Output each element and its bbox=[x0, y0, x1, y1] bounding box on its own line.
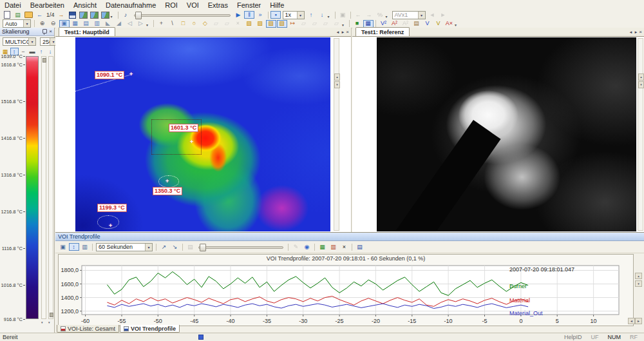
prev-frame-button[interactable]: ← bbox=[35, 11, 45, 19]
pause-button[interactable]: ‖ bbox=[244, 11, 254, 19]
roi-copy-button[interactable]: ▱ bbox=[211, 20, 222, 28]
pane-left-button[interactable]: ◄ bbox=[427, 11, 437, 19]
layout-quad-button[interactable]: ▥ bbox=[92, 20, 102, 28]
tab-voi-liste[interactable]: VOI-Liste: Gesamt bbox=[57, 325, 119, 333]
slider-thumb[interactable] bbox=[200, 244, 206, 251]
trend-delete-button[interactable]: × bbox=[339, 243, 350, 251]
voi-tool-3[interactable]: ▱ bbox=[321, 20, 331, 28]
palette-dropdown[interactable]: MULTICOLOF ▾ bbox=[3, 37, 36, 46]
pen-button[interactable]: ✎ bbox=[291, 243, 301, 251]
image-scrollbar[interactable]: ▴ ▾ bbox=[334, 38, 339, 231]
menu-roi[interactable]: ROI bbox=[160, 1, 182, 9]
copy-trend-button[interactable]: ▣ bbox=[58, 243, 68, 251]
scale-slider-down-icon[interactable]: ▾ bbox=[48, 320, 50, 324]
roi-delete-button[interactable]: × bbox=[233, 20, 243, 28]
trend-table-button[interactable]: ▦ bbox=[317, 243, 328, 251]
reference-image[interactable] bbox=[377, 37, 636, 231]
tab-scroll-left-icon[interactable]: ◄ bbox=[336, 30, 339, 35]
roi-marker-icon[interactable]: + bbox=[166, 179, 169, 184]
scale-mode-dropdown[interactable]: Auto▾ bbox=[3, 19, 31, 28]
pane-right-button[interactable]: ► bbox=[438, 11, 448, 19]
roi-import-button[interactable]: ▨ bbox=[255, 20, 265, 28]
slider-thumb[interactable] bbox=[135, 12, 142, 19]
highlight-button[interactable]: ◉ bbox=[302, 243, 312, 251]
analysis-overflow[interactable]: ▾ bbox=[455, 19, 460, 28]
pin-icon[interactable] bbox=[43, 29, 47, 34]
menu-ansicht[interactable]: Ansicht bbox=[69, 1, 101, 9]
matrix-view-button[interactable]: ▦ bbox=[363, 20, 374, 28]
scale-max-slider[interactable] bbox=[41, 56, 46, 319]
menu-datei[interactable]: Datei bbox=[0, 1, 26, 9]
rotate-right-button[interactable]: ◢ bbox=[114, 20, 124, 28]
roi-polygon-button[interactable]: ◇ bbox=[200, 20, 211, 28]
file-tools-overflow[interactable]: ▾ bbox=[111, 11, 116, 19]
ellipse-roi[interactable] bbox=[97, 215, 119, 229]
scale-slider-down-icon[interactable]: ▾ bbox=[41, 320, 43, 324]
scale-band-button[interactable]: ▬ bbox=[28, 48, 37, 55]
undo-button[interactable]: ← bbox=[353, 11, 363, 19]
audio-toggle-button[interactable]: ♪ bbox=[120, 11, 131, 19]
profile-remove-button[interactable]: ↘ bbox=[170, 243, 180, 251]
trend-zoom-slider[interactable] bbox=[198, 243, 283, 251]
print-trend-button[interactable]: ▤ bbox=[185, 243, 196, 251]
voi-create-button[interactable]: V bbox=[422, 20, 433, 28]
roi-export-button[interactable]: ↦ bbox=[288, 20, 298, 28]
fast-forward-button[interactable]: » bbox=[255, 11, 265, 19]
roi-track-button[interactable]: ▨ bbox=[266, 20, 276, 28]
record-button[interactable]: ▪ bbox=[270, 11, 281, 19]
close-icon[interactable]: × bbox=[49, 29, 52, 34]
temp-annotation[interactable]: 1350.3 °C bbox=[153, 187, 182, 195]
color-scale-bar[interactable] bbox=[26, 56, 39, 319]
chart-scroll-right-button[interactable]: ► bbox=[635, 318, 642, 324]
view-tools-overflow[interactable]: ▾ bbox=[146, 19, 151, 28]
new-chart-button[interactable]: ▤ bbox=[13, 11, 23, 19]
interval-dropdown[interactable]: 60 Sekunden▾ bbox=[96, 243, 153, 251]
profile-add-button[interactable]: ↗ bbox=[159, 243, 169, 251]
menu-hilfe[interactable]: Hilfe bbox=[265, 1, 289, 9]
roi-marker-icon[interactable]: + bbox=[129, 72, 133, 77]
menu-extras[interactable]: Extras bbox=[204, 1, 232, 9]
roi-tools-overflow[interactable]: ▾ bbox=[342, 19, 347, 28]
trend-report-button[interactable]: ▤ bbox=[355, 243, 365, 251]
layout-single-button[interactable]: ▦ bbox=[70, 20, 80, 28]
trend-zoom-button[interactable]: ▥ bbox=[80, 243, 90, 251]
roi-line-button[interactable]: \ bbox=[167, 20, 178, 28]
tab-close-icon[interactable]: × bbox=[639, 30, 642, 35]
temp-annotation[interactable]: 1090.1 °C bbox=[95, 71, 124, 79]
copy-image-button[interactable] bbox=[78, 11, 88, 19]
zoom-in-button[interactable]: ⊕ bbox=[37, 20, 48, 28]
roi-ellipse-button[interactable]: ○ bbox=[189, 20, 200, 28]
scale-min-slider[interactable] bbox=[48, 56, 53, 319]
scroll-up-icon[interactable]: ▴ bbox=[334, 73, 340, 81]
speed-dropdown[interactable]: 1x▾ bbox=[283, 11, 305, 19]
history-overflow[interactable]: ▾ bbox=[386, 11, 391, 19]
export-image-button[interactable] bbox=[100, 11, 110, 19]
menu-voi[interactable]: VOI bbox=[182, 1, 204, 9]
zoom-out-button[interactable]: ⊖ bbox=[48, 20, 59, 28]
redo-button[interactable]: → bbox=[364, 11, 374, 19]
scroll-up-icon[interactable]: ▴ bbox=[638, 73, 644, 81]
link-views-button[interactable]: ▣ bbox=[337, 11, 348, 19]
scale-down-button[interactable]: ↓ bbox=[46, 48, 55, 55]
flip-vertical-button[interactable]: ▷ bbox=[136, 20, 146, 28]
save-button[interactable] bbox=[67, 11, 77, 19]
flip-horizontal-button[interactable]: ◁ bbox=[125, 20, 135, 28]
table-view-button[interactable]: ■ bbox=[352, 20, 363, 28]
fit-window-button[interactable]: ▣ bbox=[59, 20, 70, 28]
voi-tool-1[interactable]: ▱ bbox=[299, 20, 309, 28]
tab-hauptbild[interactable]: Test1: Hauptbild bbox=[59, 27, 115, 36]
loop-up-button[interactable]: ↑ bbox=[306, 11, 316, 19]
tab-close-icon[interactable]: × bbox=[346, 30, 349, 35]
roi-paste-button[interactable]: ▱ bbox=[222, 20, 232, 28]
image-scrollbar[interactable]: ▴ ▾ bbox=[638, 38, 643, 231]
voi-delete-button[interactable]: A× bbox=[444, 20, 455, 28]
voi-tool-2[interactable]: ▱ bbox=[310, 20, 320, 28]
area-squared-button[interactable]: A² bbox=[390, 20, 400, 28]
play-button[interactable]: ▶ bbox=[233, 11, 243, 19]
stamp-button[interactable]: ▤ bbox=[412, 20, 422, 28]
rotate-left-button[interactable]: ◣ bbox=[103, 20, 113, 28]
scroll-down-icon[interactable]: ▾ bbox=[334, 81, 340, 88]
menu-datenaufnahme[interactable]: Datenaufnahme bbox=[101, 1, 160, 9]
chart-scroll-down-button[interactable]: ▾ bbox=[635, 280, 642, 287]
temp-annotation[interactable]: 1601.3 °C bbox=[169, 124, 198, 132]
